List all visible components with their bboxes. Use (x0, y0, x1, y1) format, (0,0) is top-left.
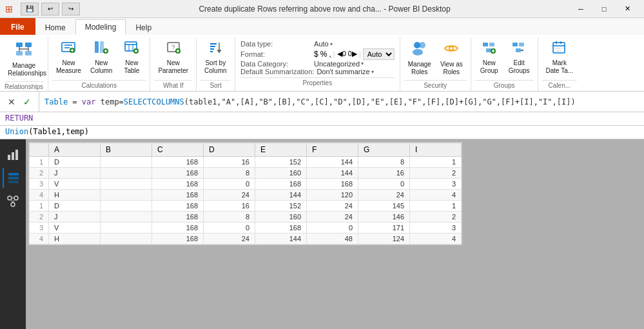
tab-file[interactable]: File (0, 18, 35, 35)
ribbon-group-groups: NewGroup EditGroups Groups (471, 37, 538, 91)
cell-e: 160 (255, 212, 307, 223)
col-header-rownum (30, 143, 49, 157)
col-header-g[interactable]: G (358, 143, 410, 157)
cell-a: D (49, 201, 101, 212)
data-type-value[interactable]: Auto ▾ (314, 40, 333, 48)
whatif-group-label: What If (154, 80, 192, 91)
cell-f: 120 (307, 190, 358, 201)
format-row: Format: $ % , | ◀0 0▶ | Auto (240, 48, 395, 60)
new-parameter-label: NewParameter (158, 59, 188, 75)
new-measure-button[interactable]: NewMeasure (52, 37, 85, 76)
undo-btn[interactable]: ↩ (41, 3, 59, 15)
svg-line-66 (13, 199, 15, 203)
col-header-b[interactable]: B (101, 143, 152, 157)
cell-c: 168 (152, 234, 204, 244)
cell-a: H (49, 234, 101, 244)
increase-decimal[interactable]: ◀0 (337, 50, 346, 58)
main-area: A B C D E F G I 1 D 168 16 152 (0, 139, 644, 329)
cell-g: 24 (358, 190, 410, 201)
data-type-arrow: ▾ (330, 41, 333, 47)
ribbon: ManageRelationships Relationships Ne (0, 35, 644, 92)
data-type-row: Data type: Auto ▾ (240, 40, 395, 48)
cell-d: 16 (204, 157, 255, 168)
svg-rect-1 (25, 43, 32, 47)
formula-line2[interactable]: RETURN (0, 112, 644, 126)
security-group-label: Security (404, 80, 467, 91)
new-group-button[interactable]: NewGroup (475, 37, 503, 76)
minimize-btn[interactable]: ─ (569, 0, 592, 18)
close-btn[interactable]: ✕ (616, 0, 639, 18)
data-table: A B C D E F G I 1 D 168 16 152 (28, 142, 462, 245)
col-header-f[interactable]: F (307, 143, 358, 157)
manage-roles-button[interactable]: ManageRoles (404, 37, 435, 77)
table-row[interactable]: 4 H 168 24 144 48 124 4 (30, 234, 462, 244)
table-row[interactable]: 3 V 168 0 168 168 0 3 (30, 179, 462, 190)
mark-date-table-button[interactable]: MarkDate Ta... (542, 37, 578, 76)
manage-relationships-button[interactable]: ManageRelationships (4, 37, 44, 79)
percent-symbol[interactable]: % (320, 50, 327, 59)
table-row[interactable]: 3 V 168 0 168 0 171 3 (30, 223, 462, 234)
dollar-symbol[interactable]: $ (314, 50, 318, 59)
sort-by-column-icon (208, 40, 223, 58)
edit-groups-button[interactable]: EditGroups (505, 37, 534, 76)
table: A B C D E F G I 1 D 168 16 152 (29, 143, 462, 244)
col-header-c[interactable]: C (152, 143, 204, 157)
cell-f: 144 (307, 157, 358, 168)
redo-btn[interactable]: ↪ (62, 3, 80, 15)
table-row[interactable]: 2 J 168 8 160 24 146 2 (30, 212, 462, 223)
svg-rect-57 (15, 150, 18, 160)
cell-g: 145 (358, 201, 410, 212)
new-column-button[interactable]: NewColumn (86, 37, 116, 76)
tab-modeling[interactable]: Modeling (75, 19, 126, 35)
sort-by-column-label: Sort byColumn (204, 59, 226, 75)
table-row[interactable]: 1 D 168 16 152 24 145 1 (30, 201, 462, 212)
new-parameter-icon: ? (166, 40, 181, 58)
groups-group-label: Groups (475, 80, 534, 91)
sidebar-data-icon[interactable] (3, 168, 23, 188)
new-table-button[interactable]: NewTable (117, 37, 146, 76)
data-category-value[interactable]: Uncategorized ▾ (314, 60, 364, 68)
comma-symbol[interactable]: , (329, 50, 331, 59)
cell-d: 0 (204, 179, 255, 190)
formula-cancel[interactable]: ✕ (5, 95, 18, 108)
new-parameter-button[interactable]: ? NewParameter (154, 37, 192, 76)
svg-rect-40 (483, 43, 488, 46)
formula-line3[interactable]: Union(Table1,temp) (0, 126, 644, 139)
mark-date-table-label: MarkDate Ta... (546, 59, 574, 75)
manage-roles-label: ManageRoles (408, 61, 431, 76)
sort-content: Sort byColumn (200, 37, 231, 79)
maximize-btn[interactable]: □ (592, 0, 616, 18)
cell-g: 16 (358, 168, 410, 179)
view-as-roles-button[interactable]: View asRoles (436, 37, 467, 77)
decrease-decimal[interactable]: 0▶ (348, 50, 357, 58)
cell-b (101, 223, 152, 234)
col-header-a[interactable]: A (49, 143, 101, 157)
view-as-roles-icon (443, 40, 460, 59)
formula-confirm[interactable]: ✓ (21, 95, 34, 108)
relationships-content: ManageRelationships (4, 37, 44, 80)
cell-b (101, 179, 152, 190)
tab-help[interactable]: Help (126, 19, 161, 35)
groups-content: NewGroup EditGroups (475, 37, 534, 79)
cell-f: 0 (307, 223, 358, 234)
sort-by-column-button[interactable]: Sort byColumn (200, 37, 230, 76)
col-header-e[interactable]: E (255, 143, 307, 157)
row-number: 3 (30, 179, 49, 190)
col-header-d[interactable]: D (204, 143, 255, 157)
cell-a: V (49, 223, 101, 234)
auto-select[interactable]: Auto (363, 48, 395, 60)
table-row[interactable]: 1 D 168 16 152 144 8 1 (30, 157, 462, 168)
table-row[interactable]: 2 J 168 8 160 144 16 2 (30, 168, 462, 179)
save-btn[interactable]: 💾 (21, 3, 39, 15)
sidebar-model-icon[interactable] (3, 191, 23, 212)
ribbon-group-calendar: MarkDate Ta... Calen... (538, 37, 581, 91)
cell-e: 144 (255, 190, 307, 201)
col-header-i[interactable]: I (410, 143, 462, 157)
cell-b (101, 212, 152, 223)
tab-home[interactable]: Home (35, 19, 75, 35)
table-row[interactable]: 4 H 168 24 144 120 24 4 (30, 190, 462, 201)
summarization-value[interactable]: Don't summarize ▾ (317, 68, 373, 75)
sidebar-report-icon[interactable] (3, 145, 23, 165)
formula-line1[interactable]: Table = var temp=SELECTCOLUMNS(table1,"A… (39, 92, 644, 112)
new-column-label: NewColumn (90, 59, 112, 75)
